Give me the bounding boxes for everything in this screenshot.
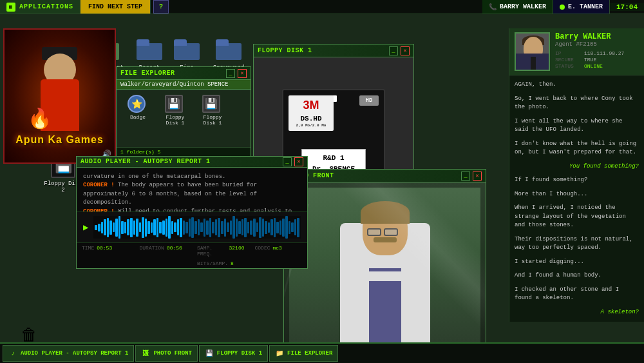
meta-duration: DURATION 00:56	[135, 243, 193, 259]
file-explorer-icons: ⭐ Badge 💾 Floppy Disk 1 💾 Floppy Disk 1	[117, 90, 251, 147]
audio-minimize-button[interactable]: _	[283, 157, 292, 166]
fe-icon-floppy1[interactable]: 💾 Floppy Disk 1	[159, 95, 191, 142]
logo-character: 🔥	[28, 47, 92, 131]
chat-message: When I arrived, I noticed the strange la…	[515, 204, 639, 230]
photo-close-button[interactable]: ✕	[473, 172, 482, 181]
app-grid-icon: ▦	[6, 3, 15, 12]
meta-bits: BITS/SAMP. 8	[192, 259, 250, 268]
barry-label: BARRY WALKER	[500, 3, 546, 10]
taskbar-floppy-disk1[interactable]: 💾 FLOPPY DISK 1	[199, 345, 268, 362]
audio-taskbar-label: AUDIO PLAYER - AUTOPSY REPORT 1	[21, 350, 128, 357]
chat-message: You found something?	[515, 162, 639, 172]
chat-status-row: STATUS ONLINE	[555, 63, 639, 69]
audio-titlebar[interactable]: AUDIO PLAYER - AUTOPSY REPORT 1 _ ✕	[77, 157, 307, 168]
fire-icon	[174, 37, 200, 63]
question-label: ?	[159, 3, 163, 10]
user-tanner[interactable]: E. TANNER	[553, 0, 610, 14]
help-button[interactable]: ?	[153, 0, 169, 14]
photo-content	[284, 182, 486, 358]
chat-message: So, I went back to where Cony took the p…	[515, 95, 639, 112]
chat-secure-row: SECURE TRUE	[555, 57, 639, 63]
waveform[interactable]	[93, 216, 301, 239]
audio-meta: TIME 00:53 DURATION 00:56 SAMP. FREQ. 32…	[77, 242, 307, 259]
find-next-button[interactable]: FIND NEXT STEP	[80, 0, 151, 14]
taskbar-right: 📞 BARRY WALKER E. TANNER 17:04	[482, 0, 644, 14]
clock: 17:04	[610, 3, 644, 11]
taskbar-file-explorer[interactable]: 📁 FILE EXPLORER	[269, 345, 338, 362]
floppy2-label: Floppy Disk 1	[196, 114, 229, 126]
photo-titlebar[interactable]: PHOTO FRONT _ ✕	[284, 170, 486, 182]
floppy-taskbar-label: FLOPPY DISK 1	[217, 350, 262, 357]
file-explorer-titlebar[interactable]: FILE EXPLORER _ ✕	[117, 67, 251, 80]
taskbar-audio-player[interactable]: ♪ AUDIO PLAYER - AUTOPSY REPORT 1	[3, 345, 134, 362]
photo-title: PHOTO FRONT	[288, 172, 459, 179]
fe-minimize-button[interactable]: _	[226, 69, 235, 78]
audio-text-area: curvature in one of the metacarpal bones…	[77, 168, 307, 211]
phone-icon: 📞	[489, 3, 497, 11]
logo-text: Apun Ka Games	[15, 134, 104, 146]
chat-avatar	[515, 32, 550, 71]
taskbar-bottom: ♪ AUDIO PLAYER - AUTOPSY REPORT 1 🖼 PHOT…	[0, 342, 644, 363]
user-barry[interactable]: 📞 BARRY WALKER	[482, 0, 553, 14]
chat-ip-row: IP 118.111.98.27	[555, 50, 639, 56]
audio-meta2: BITS/SAMP. 8	[77, 259, 307, 268]
find-next-label: FIND NEXT STEP	[88, 3, 142, 10]
fe-close-button[interactable]: ✕	[238, 69, 247, 78]
fe-taskbar-label: FILE EXPLORER	[287, 350, 332, 357]
floppy-disk1-titlebar[interactable]: FLOPPY DISK 1 _ ✕	[254, 44, 413, 57]
file-explorer-footer: 1 folder(s) 5	[117, 147, 251, 156]
chat-name: Barry WALKER	[555, 32, 639, 41]
audio-title: AUDIO PLAYER - AUTOPSY REPORT 1	[80, 158, 280, 165]
chat-message: I don't know what the hell is going on, …	[515, 140, 639, 157]
file-explorer-window: FILE EXPLORER _ ✕ Walker/Graveyard/Quint…	[116, 66, 251, 157]
floppy-minimize-button[interactable]: _	[389, 46, 398, 55]
audio-text1: curvature in one of the metacarpal bones…	[83, 173, 225, 180]
graveyard-icon	[216, 37, 242, 63]
chat-message: If I found something?	[515, 176, 639, 185]
floppy1-label: Floppy Disk 1	[159, 114, 191, 126]
photo-window: PHOTO FRONT _ ✕	[283, 169, 486, 359]
meta-codec: CODEC mc3	[250, 243, 308, 259]
audio-close-button[interactable]: ✕	[294, 157, 303, 166]
floppy-close-button[interactable]: ✕	[401, 46, 410, 55]
chat-panel: Barry WALKER Agent #F2105 IP 118.111.98.…	[509, 28, 644, 322]
chat-message: Their dispositions is not natural, way t…	[515, 235, 639, 253]
desktop: 🔥 Apun Ka Games 🔊 Documents Restaurant D…	[0, 14, 644, 342]
desert-icon	[137, 37, 162, 63]
applications-label: ApPLicATiONS	[19, 3, 73, 10]
file-explorer-title: FILE EXPLORER	[120, 70, 223, 77]
audio-player-window: AUDIO PLAYER - AUTOPSY REPORT 1 _ ✕ curv…	[76, 156, 308, 269]
floppy2-mini-icon: 💾	[202, 95, 223, 113]
chat-message: I went all the way to where she said the…	[515, 117, 639, 135]
photo-taskbar-icon: 🖼	[141, 349, 150, 358]
file-explorer-path: Walker/Graveyard/Quinton SPENCE	[117, 80, 251, 90]
fe-taskbar-icon: 📁	[275, 349, 284, 358]
floppy-hd-badge: HD	[359, 95, 379, 106]
chat-messages: AGAIN, then.So, I went back to where Con…	[509, 75, 644, 322]
audio-taskbar-icon: ♪	[8, 349, 17, 358]
fe-icon-badge[interactable]: ⭐ Badge	[122, 95, 154, 142]
user-dot	[560, 5, 565, 10]
fe-icon-floppy2[interactable]: 💾 Floppy Disk 1	[196, 95, 229, 142]
badge-icon: ⭐	[128, 95, 148, 113]
chat-message: AGAIN, then.	[515, 81, 639, 90]
photo-minimize-button[interactable]: _	[461, 172, 470, 181]
taskbar-top: ▦ ApPLicATiONS FIND NEXT STEP ? 📞 BARRY …	[0, 0, 644, 14]
play-button[interactable]: ▶	[83, 222, 88, 233]
chat-info: Barry WALKER Agent #F2105 IP 118.111.98.…	[555, 32, 639, 70]
chat-message: I started digging...	[515, 258, 639, 267]
badge-label: Badge	[130, 114, 146, 120]
chat-header: Barry WALKER Agent #F2105 IP 118.111.98.…	[509, 28, 644, 75]
avatar-tie	[531, 57, 536, 70]
logo-window: 🔥 Apun Ka Games 🔊	[3, 28, 116, 164]
logo-inner: 🔥 Apun Ka Games 🔊	[5, 30, 115, 162]
meta-time: TIME 00:53	[77, 243, 135, 259]
taskbar-photo-front[interactable]: 🖼 PHOTO FRONT	[135, 345, 197, 362]
char-fire: 🔥	[28, 107, 52, 131]
applications-menu[interactable]: ▦ ApPLicATiONS	[0, 0, 80, 14]
floppy-taskbar-icon: 💾	[205, 349, 214, 358]
chat-message: More than I though...	[515, 190, 639, 199]
tanner-label: E. TANNER	[568, 3, 603, 10]
photo-taskbar-label: PHOTO FRONT	[153, 350, 191, 357]
chat-message: A skeleton?	[515, 308, 639, 317]
